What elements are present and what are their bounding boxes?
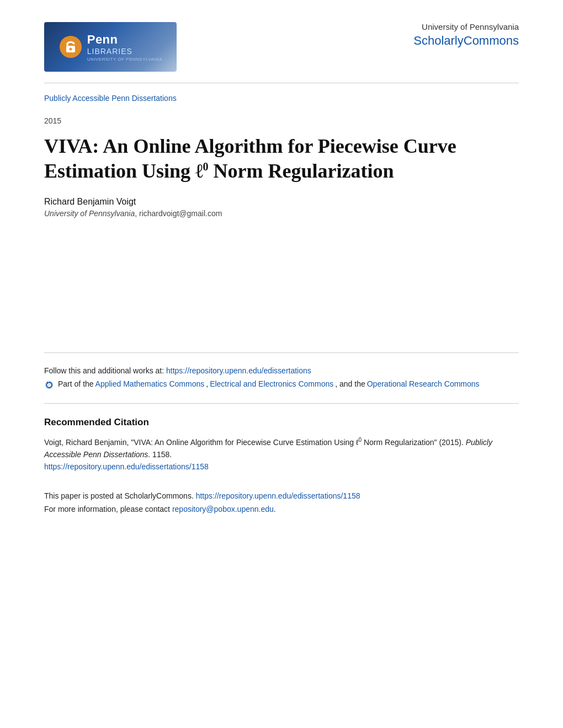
logo-libraries-text: Libraries bbox=[87, 47, 132, 56]
separator-2: , and the bbox=[335, 379, 365, 388]
page-header: Penn Libraries UNIVERSITY OF PENNSYLVANI… bbox=[44, 22, 519, 83]
posted-section: This paper is posted at ScholarlyCommons… bbox=[44, 490, 519, 516]
applied-math-link[interactable]: Applied Mathematics Commons bbox=[95, 379, 205, 388]
author-affiliation: University of Pennsylvania, richardvoigt… bbox=[44, 209, 519, 218]
follow-section: Follow this and additional works at: htt… bbox=[44, 366, 519, 390]
follow-prefix: Follow this and additional works at: bbox=[44, 366, 166, 375]
citation-divider bbox=[44, 403, 519, 404]
citation-url[interactable]: https://repository.upenn.edu/edissertati… bbox=[44, 462, 209, 471]
author-name: Richard Benjamin Voigt bbox=[44, 197, 519, 207]
open-access-icon bbox=[59, 35, 83, 59]
svg-point-2 bbox=[69, 48, 72, 51]
section-divider bbox=[44, 352, 519, 353]
author-email: richardvoigt@gmail.com bbox=[139, 209, 222, 218]
operational-research-link[interactable]: Operational Research Commons bbox=[367, 379, 480, 388]
posted-prefix: This paper is posted at ScholarlyCommons… bbox=[44, 491, 196, 500]
posted-line2: For more information, please contact rep… bbox=[44, 503, 519, 516]
scholarly-commons-link[interactable]: ScholarlyCommons bbox=[413, 34, 519, 47]
content-spacer bbox=[44, 218, 519, 339]
breadcrumb: Publicly Accessible Penn Dissertations bbox=[44, 93, 519, 103]
citation-superscript: 0 bbox=[359, 437, 362, 443]
publication-year: 2015 bbox=[44, 116, 519, 125]
contact-prefix: For more information, please contact bbox=[44, 505, 172, 513]
contact-period: . bbox=[274, 505, 276, 513]
follow-text: Follow this and additional works at: htt… bbox=[44, 366, 519, 375]
follow-link[interactable]: https://repository.upenn.edu/edissertati… bbox=[166, 366, 311, 375]
breadcrumb-link[interactable]: Publicly Accessible Penn Dissertations bbox=[44, 94, 177, 103]
author-email-separator: , bbox=[135, 209, 139, 218]
logo-penn-text: Penn bbox=[87, 33, 118, 47]
document-title: VIVA: An Online Algorithm for Piecewise … bbox=[44, 134, 519, 184]
penn-libraries-logo: Penn Libraries UNIVERSITY OF PENNSYLVANI… bbox=[44, 22, 177, 72]
part-of-prefix: Part of the bbox=[58, 379, 94, 388]
affiliation-text: University of Pennsylvania bbox=[44, 209, 135, 218]
title-superscript: 0 bbox=[203, 160, 209, 173]
citation-body: Voigt, Richard Benjamin, "VIVA: An Onlin… bbox=[44, 436, 519, 473]
citation-section: Recommended Citation Voigt, Richard Benj… bbox=[44, 417, 519, 473]
commons-refresh-icon bbox=[44, 380, 54, 390]
separator-1: , bbox=[206, 379, 208, 388]
university-name: University of Pennsylvania bbox=[413, 22, 519, 31]
logo-university-text: UNIVERSITY OF PENNSYLVANIA bbox=[87, 57, 163, 62]
contact-email-link[interactable]: repository@pobox.upenn.edu bbox=[172, 505, 274, 513]
electrical-electronics-link[interactable]: Electrical and Electronics Commons bbox=[210, 379, 333, 388]
part-of-line: Part of the Applied Mathematics Commons … bbox=[44, 379, 519, 390]
posted-link[interactable]: https://repository.upenn.edu/edissertati… bbox=[196, 491, 360, 500]
scholarly-commons-block: University of Pennsylvania ScholarlyComm… bbox=[413, 22, 519, 48]
posted-line1: This paper is posted at ScholarlyCommons… bbox=[44, 490, 519, 503]
citation-journal: Publicly Accessible Penn Dissertations bbox=[44, 438, 492, 459]
citation-heading: Recommended Citation bbox=[44, 417, 519, 428]
